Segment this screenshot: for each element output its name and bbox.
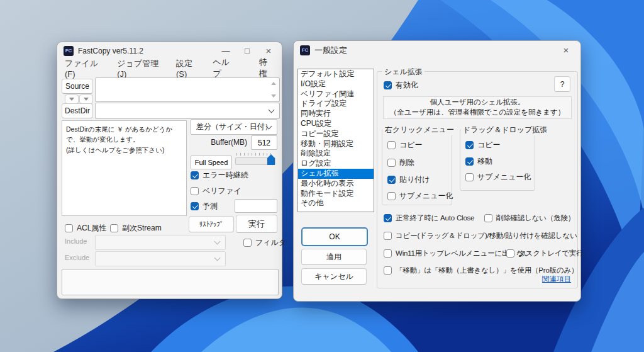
nav-item-cpu[interactable]: CPU設定 — [298, 119, 374, 129]
checkbox-box — [465, 157, 474, 166]
checkbox-enable[interactable]: 有効化 — [384, 80, 418, 91]
nav-item-verify[interactable]: ベリファイ関連 — [298, 89, 374, 99]
menu-help[interactable]: ヘルプ — [213, 57, 236, 79]
log-output-area[interactable] — [62, 269, 279, 295]
checkbox-no-confirm[interactable]: コピー(ドラッグ＆ドロップ)/移動/貼り付けを確認しない — [384, 231, 577, 241]
maximize-icon[interactable]: □ — [236, 43, 258, 59]
nav-item-move-sync[interactable]: 移動・同期設定 — [298, 139, 374, 149]
nav-item-operation-mode[interactable]: 動作モード設定 — [298, 189, 374, 199]
speed-slider-thumb[interactable] — [267, 154, 275, 165]
checkbox-rc-paste[interactable]: 貼り付け — [387, 174, 430, 185]
nav-item-shell-extension[interactable]: シェル拡張 — [298, 169, 374, 179]
checkbox-filter[interactable]: フィルタ — [243, 237, 286, 248]
copy-mode-dropdown[interactable]: 差分（サイズ・日付） — [191, 119, 277, 135]
nav-item-minimized-view[interactable]: 最小化時の表示 — [298, 179, 374, 189]
checkbox-dd-submenu[interactable]: サブメニュー化 — [465, 172, 531, 183]
checkbox-label: エラー時継続 — [203, 170, 248, 181]
checkbox-label: 「移動」は「移動（上書きなし）」を使用（Pro版のみ） — [396, 266, 578, 275]
checkbox-no-delete-confirm[interactable]: 削除確認しない（危険） — [484, 213, 575, 223]
checkbox-box — [387, 141, 396, 149]
scroll-up-icon[interactable] — [271, 82, 276, 85]
shell-extension-group-title: シェル拡張 — [382, 67, 425, 77]
checkbox-tasktray[interactable]: タスクトレイで実行 — [506, 249, 584, 258]
related-items-link[interactable]: 関連項目 — [542, 275, 571, 284]
checkbox-box — [384, 214, 392, 222]
checkbox-box — [191, 187, 199, 195]
apply-button[interactable]: 適用 — [301, 249, 367, 265]
source-input[interactable] — [95, 77, 280, 102]
checkbox-label: 有効化 — [396, 80, 418, 91]
checkbox-dd-move[interactable]: 移動 — [465, 156, 492, 167]
checkbox-label: フィルタ — [255, 237, 286, 248]
desktop: FC FastCopy ver5.11.2 — □ × ファイル(F) ジョブ管… — [0, 0, 644, 352]
checkbox-acl[interactable]: ACL属性 — [65, 223, 106, 234]
checkbox-label: 移動 — [477, 156, 492, 167]
checkbox-dd-copy[interactable]: コピー — [465, 140, 501, 150]
checkbox-box — [387, 159, 396, 167]
close-icon[interactable]: × — [555, 43, 577, 58]
listup-button[interactable]: ﾘｽﾄｱｯﾌﾟ — [189, 216, 234, 232]
destdir-button[interactable]: DestDir — [62, 103, 93, 118]
checkbox-label: 予測 — [203, 201, 218, 212]
scroll-down-icon[interactable] — [271, 94, 276, 98]
nav-item-concurrent[interactable]: 同時実行 — [298, 109, 374, 119]
settings-nav-list: デフォルト設定 I/O設定 ベリファイ関連 ドライブ設定 同時実行 CPU設定 … — [297, 69, 374, 212]
settings-dialog: FC 一般設定 × デフォルト設定 I/O設定 ベリファイ関連 ドライブ設定 同… — [293, 40, 581, 302]
include-combobox[interactable] — [95, 235, 226, 250]
speed-mode-label[interactable]: Full Speed — [191, 156, 232, 169]
shell-extension-info: 個人ユーザ用のシェル拡張。 （全ユーザ用は、管理者権限でこの設定を開きます） — [383, 96, 572, 119]
fastcopy-window-title: FastCopy ver5.11.2 — [78, 47, 143, 55]
checkbox-box — [387, 192, 396, 200]
menu-file[interactable]: ファイル(F) — [65, 58, 106, 79]
checkbox-box — [484, 214, 492, 222]
nav-item-default[interactable]: デフォルト設定 — [298, 69, 374, 79]
execute-button[interactable]: 実行 — [236, 215, 277, 233]
include-label: Include — [65, 237, 87, 245]
dragdrop-group-title: ドラッグ＆ドロップ拡張 — [461, 125, 549, 135]
checkbox-altstream[interactable]: 副次Stream — [110, 223, 162, 234]
ok-button[interactable]: OK — [301, 227, 368, 246]
checkbox-label: 削除確認しない（危険） — [496, 213, 575, 223]
chevron-down-icon — [269, 107, 275, 113]
nav-item-copy[interactable]: コピー設定 — [298, 129, 374, 139]
checkbox-move-pro[interactable]: 「移動」は「移動（上書きなし）」を使用（Pro版のみ） — [384, 266, 578, 275]
chevron-down-icon — [214, 239, 221, 245]
checkbox-rc-submenu[interactable]: サブメニュー化 — [387, 191, 453, 202]
checkbox-box — [191, 202, 199, 210]
estimate-input[interactable] — [235, 199, 277, 213]
checkbox-estimate[interactable]: 予測 — [191, 201, 218, 212]
exclude-combobox[interactable] — [95, 251, 226, 266]
help-button[interactable]: ? — [554, 76, 570, 92]
checkbox-label: 貼り付け — [399, 174, 430, 185]
checkbox-box — [384, 249, 392, 258]
checkbox-verify[interactable]: ベリファイ — [191, 186, 241, 196]
nav-item-drive[interactable]: ドライブ設定 — [298, 99, 374, 109]
source-button[interactable]: Source — [62, 79, 93, 94]
checkbox-box — [384, 266, 392, 275]
shell-extension-group: シェル拡張 有効化 ? 個人ユーザ用のシェル拡張。 （全ユーザ用は、管理者権限で… — [377, 71, 578, 288]
nav-item-other[interactable]: その他 — [298, 198, 374, 208]
destdir-combobox[interactable] — [95, 103, 280, 119]
source-history-arrow-1[interactable] — [65, 94, 79, 104]
hint-text-2: (詳しくはヘルプをご参照下さい) — [66, 145, 182, 155]
menu-job[interactable]: ジョブ管理(J) — [117, 58, 165, 79]
nav-item-delete[interactable]: 削除設定 — [298, 149, 374, 159]
checkbox-rc-delete[interactable]: 削除 — [387, 157, 414, 168]
hint-panel: DestDirの末尾に ￥ があるかどうかで、挙動が変化します。 (詳しくはヘル… — [62, 120, 187, 216]
buffer-input[interactable]: 512 — [251, 135, 277, 150]
checkbox-autoclose[interactable]: 正常終了時に Auto Close — [384, 213, 474, 223]
source-history-arrow-2[interactable] — [79, 94, 93, 104]
nav-item-io[interactable]: I/O設定 — [298, 79, 374, 89]
menu-privilege[interactable]: 特権 — [259, 57, 274, 79]
cancel-button[interactable]: キャンセル — [301, 268, 367, 285]
menu-settings[interactable]: 設定(S) — [176, 58, 201, 79]
checkbox-error-continue[interactable]: エラー時継続 — [191, 170, 248, 181]
info-line-2: （全ユーザ用は、管理者権限でこの設定を開きます） — [390, 108, 565, 118]
checkbox-label: サブメニュー化 — [477, 172, 531, 183]
checkbox-rc-copy[interactable]: コピー — [387, 140, 423, 150]
checkbox-box — [384, 81, 392, 89]
checkbox-box — [191, 171, 199, 179]
info-line-1: 個人ユーザ用のシェル拡張。 — [430, 98, 525, 108]
nav-item-log[interactable]: ログ設定 — [298, 159, 374, 169]
checkbox-box — [465, 173, 474, 181]
